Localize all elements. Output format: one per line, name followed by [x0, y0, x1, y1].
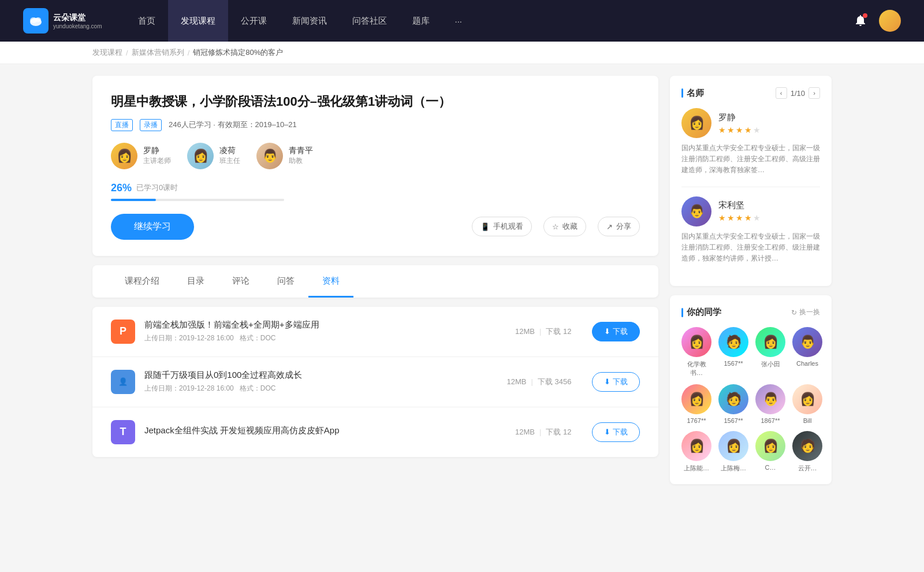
nav-right	[854, 10, 901, 32]
sidebar-teacher-stars-1: ★ ★ ★ ★ ★	[718, 213, 761, 222]
teacher-name-linhe: 凌荷	[219, 146, 240, 156]
tab-qa[interactable]: 问答	[263, 265, 308, 298]
continue-button[interactable]: 继续学习	[111, 214, 194, 240]
resource-info-1: 跟随千万级项目从0到100全过程高效成长 上传日期：2019-12-28 16:…	[144, 370, 497, 393]
course-meta-text: 246人已学习 · 有效期至：2019–10–21	[169, 120, 297, 130]
classmate-name-6: 1867**	[761, 417, 780, 424]
logo[interactable]: 云朵课堂 yunduoketang.com	[23, 8, 102, 34]
svg-point-2	[35, 17, 41, 22]
tab-catalog[interactable]: 目录	[173, 265, 218, 298]
resource-icon-0: P	[111, 320, 135, 344]
classmate-name-11: 云开…	[798, 464, 817, 473]
download-button-1[interactable]: ⬇ 下载	[592, 372, 640, 392]
tab-review[interactable]: 评论	[218, 265, 263, 298]
course-card: 明星中教授课，小学阶段语法100分–强化级第1讲动词（一） 直播 录播 246人…	[92, 76, 658, 256]
tag-live: 直播	[111, 119, 133, 131]
share-button[interactable]: ↗ 分享	[598, 217, 640, 236]
nav-discover[interactable]: 发现课程	[168, 0, 228, 42]
sidebar-teacher-name-0: 罗静	[718, 112, 761, 123]
progress-bar	[111, 199, 284, 201]
teacher-avatar-luojing: 👩	[111, 143, 137, 169]
resource-stats-1: 12MB | 下载 3456	[506, 377, 571, 387]
classmate-0: 👩 化学教书…	[681, 327, 711, 377]
tabs-card: 课程介绍 目录 评论 问答 资料	[92, 265, 658, 298]
refresh-classmates-btn[interactable]: ↻ 换一换	[791, 307, 820, 317]
mobile-watch-button[interactable]: 📱 手机观看	[472, 217, 532, 236]
resource-stats-0: 12MB | 下载 12	[515, 326, 571, 337]
classmates-card: 你的同学 ↻ 换一换 👩 化学教书… 🧑 1567** 👩 张小田	[670, 295, 832, 484]
nav-home[interactable]: 首页	[125, 0, 168, 42]
download-button-2[interactable]: ⬇ 下载	[592, 422, 640, 442]
user-avatar[interactable]	[879, 10, 901, 32]
breadcrumb: 发现课程 / 新媒体营销系列 / 销冠修炼术搞定80%的客户	[0, 42, 924, 64]
tab-intro[interactable]: 课程介绍	[111, 265, 173, 298]
content-area: 明星中教授课，小学阶段语法100分–强化级第1讲动词（一） 直播 录播 246人…	[92, 76, 658, 493]
course-title: 明星中教授课，小学阶段语法100分–强化级第1讲动词（一）	[111, 93, 640, 111]
notification-bell[interactable]	[854, 13, 867, 29]
sidebar-teacher-0: 👩 罗静 ★ ★ ★ ★ ★ 国内某重点大学安全工程专业硕士，国家一级注册消防工…	[681, 108, 820, 176]
sidebar-teacher-name-1: 宋利坚	[718, 200, 761, 211]
tab-resources[interactable]: 资料	[308, 265, 353, 298]
nav-public[interactable]: 公开课	[228, 0, 280, 42]
classmate-name-8: 上陈能…	[684, 464, 709, 473]
classmate-name-9: 上陈梅…	[721, 464, 746, 473]
classmate-name-10: C…	[765, 464, 776, 471]
resource-info-0: 前端全栈加强版！前端全栈+全周期+多端应用 上传日期：2019-12-28 16…	[144, 320, 506, 343]
classmate-name-5: 1567**	[724, 417, 743, 424]
resource-icon-2: T	[111, 420, 135, 444]
classmate-name-3: Charles	[796, 360, 818, 367]
teachers-sidebar-title: 名师	[681, 88, 704, 99]
course-meta: 直播 录播 246人已学习 · 有效期至：2019–10–21	[111, 119, 640, 131]
teacher-qingqingping: 👨 青青平 助教	[256, 143, 313, 169]
nav-news[interactable]: 新闻资讯	[280, 0, 340, 42]
resource-item-2: T Jetpack全组件实战 开发短视频应用高仿皮皮虾App 12MB | 下载…	[92, 407, 658, 457]
teachers-list: 👩 罗静 主讲老师 👩 凌荷 班主任	[111, 143, 640, 169]
nav-qa[interactable]: 问答社区	[340, 0, 400, 42]
progress-desc: 已学习0课时	[136, 183, 178, 193]
resources-list: P 前端全栈加强版！前端全栈+全周期+多端应用 上传日期：2019-12-28 …	[92, 307, 658, 457]
sidebar-avatar-0: 👩	[681, 108, 711, 138]
breadcrumb-series[interactable]: 新媒体营销系列	[132, 47, 184, 58]
resource-name-0: 前端全栈加强版！前端全栈+全周期+多端应用	[144, 320, 506, 330]
classmate-8: 👩 上陈能…	[681, 431, 711, 473]
logo-icon	[23, 8, 49, 34]
breadcrumb-current: 销冠修炼术搞定80%的客户	[193, 47, 283, 58]
share-icon: ↗	[606, 222, 613, 231]
progress-bar-fill	[111, 199, 156, 201]
teacher-avatar-linhe: 👩	[187, 143, 214, 169]
classmate-name-0: 化学教书…	[681, 360, 711, 377]
action-buttons: 📱 手机观看 ☆ 收藏 ↗ 分享	[472, 217, 640, 236]
mobile-icon: 📱	[480, 222, 490, 231]
resource-meta-1: 上传日期：2019-12-28 16:00 格式：DOC	[144, 384, 497, 393]
teacher-name-luojing: 罗静	[143, 146, 171, 156]
navbar: 云朵课堂 yunduoketang.com 首页 发现课程 公开课 新闻资讯 问…	[0, 0, 924, 42]
refresh-icon: ↻	[791, 309, 797, 317]
nav-quiz[interactable]: 题库	[400, 0, 442, 42]
classmate-9: 👩 上陈梅…	[718, 431, 748, 473]
classmate-7: 👩 Bill	[792, 384, 822, 424]
nav-more[interactable]: ···	[442, 0, 475, 42]
resource-name-2: Jetpack全组件实战 开发短视频应用高仿皮皮虾App	[144, 425, 506, 436]
classmate-6: 👨 1867**	[755, 384, 785, 424]
favorite-button[interactable]: ☆ 收藏	[543, 217, 586, 236]
sidebar-avatar-1: 👨	[681, 196, 711, 226]
classmate-name-1: 1567**	[724, 360, 743, 367]
resource-item-0: P 前端全栈加强版！前端全栈+全周期+多端应用 上传日期：2019-12-28 …	[92, 307, 658, 357]
classmate-10: 👩 C…	[755, 431, 785, 473]
progress-percent: 26%	[111, 182, 132, 194]
teachers-sidebar-card: 名师 ‹ 1/10 › 👩 罗静	[670, 76, 832, 286]
classmate-4: 👩 1767**	[681, 384, 711, 424]
resource-icon-1: 👤	[111, 370, 135, 394]
sidebar-teacher-stars-0: ★ ★ ★ ★ ★	[718, 125, 761, 135]
prev-page-btn[interactable]: ‹	[776, 87, 787, 99]
teacher-role-luojing: 主讲老师	[143, 156, 171, 166]
download-button-0[interactable]: ⬇ 下载	[592, 322, 640, 341]
resource-meta-0: 上传日期：2019-12-28 16:00 格式：DOC	[144, 333, 506, 343]
next-page-btn[interactable]: ›	[808, 87, 820, 99]
sidebar: 名师 ‹ 1/10 › 👩 罗静	[670, 76, 832, 493]
sidebar-teacher-desc-1: 国内某重点大学安全工程专业硕士，国家一级注册消防工程师、注册安全工程师、级注册建…	[681, 231, 820, 265]
resource-name-1: 跟随千万级项目从0到100全过程高效成长	[144, 370, 497, 381]
breadcrumb-discover[interactable]: 发现课程	[92, 47, 122, 58]
nav-items: 首页 发现课程 公开课 新闻资讯 问答社区 题库 ···	[125, 0, 854, 42]
classmate-11: 🧑 云开…	[792, 431, 822, 473]
